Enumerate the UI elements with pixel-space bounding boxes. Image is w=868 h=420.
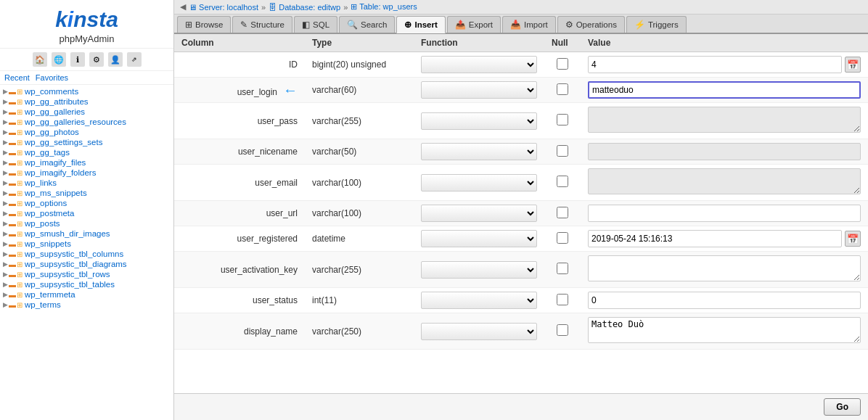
tab-import[interactable]: 📥Import — [502, 16, 556, 33]
sidebar-item[interactable]: ▶▬⊞wp_postmeta — [0, 208, 173, 218]
col-value-cell — [581, 288, 868, 313]
null-checkbox-user_login[interactable] — [557, 83, 568, 95]
import-tab-icon: 📥 — [510, 20, 521, 30]
tab-insert[interactable]: ⊕Insert — [396, 16, 445, 33]
function-select-ID[interactable] — [421, 56, 537, 73]
value-input-user_nicename[interactable] — [588, 143, 861, 160]
back-arrow-icon[interactable]: ◀ — [180, 2, 186, 12]
value-textarea-display_name[interactable]: Matteo Duò — [588, 317, 861, 343]
null-checkbox-display_name[interactable] — [557, 324, 568, 336]
logo-k: k — [55, 7, 67, 31]
database-breadcrumb[interactable]: 🗄 Database: editwp — [269, 3, 340, 12]
info-icon[interactable]: ℹ — [70, 52, 85, 67]
calendar-button[interactable]: 📅 — [845, 57, 861, 73]
sidebar-item[interactable]: ▶▬⊞wp_options — [0, 198, 173, 208]
value-input-ID[interactable] — [588, 56, 842, 73]
tab-search[interactable]: 🔍Search — [339, 16, 395, 33]
sidebar-item[interactable]: ▶▬⊞wp_links — [0, 178, 173, 188]
col-value-cell — [581, 165, 868, 201]
null-checkbox-ID[interactable] — [557, 58, 568, 70]
sidebar-item[interactable]: ▶▬⊞wp_supsystic_tbl_rows — [0, 269, 173, 279]
value-textarea-user_activation_key[interactable] — [588, 255, 861, 281]
gear-icon[interactable]: ⚙ — [89, 52, 104, 67]
function-select-user_registered[interactable] — [421, 230, 537, 247]
col-value-cell — [581, 78, 868, 103]
function-select-user_login[interactable] — [421, 81, 537, 99]
sidebar-item[interactable]: ▶▬⊞wp_supsystic_tbl_diagrams — [0, 259, 173, 269]
tab-browse[interactable]: ⊞Browse — [177, 16, 231, 33]
col-value-cell: Matteo Duò — [581, 313, 868, 350]
tab-triggers[interactable]: ⚡Triggers — [626, 16, 687, 33]
sidebar-item[interactable]: ▶▬⊞wp_comments — [0, 86, 173, 96]
sidebar-item[interactable]: ▶▬⊞wp_supsystic_tbl_tables — [0, 279, 173, 289]
sidebar-item[interactable]: ▶▬⊞wp_terms — [0, 300, 173, 310]
go-button[interactable]: Go — [824, 398, 861, 416]
col-func-cell — [414, 201, 544, 226]
sidebar: kinsta phpMyAdmin 🏠 🌐 ℹ ⚙ 👤 ⇗ Recent Fav… — [0, 0, 174, 420]
sidebar-item[interactable]: ▶▬⊞wp_posts — [0, 218, 173, 228]
tab-structure[interactable]: ✎Structure — [232, 16, 292, 33]
sidebar-item[interactable]: ▶▬⊞wp_gg_galleries_resources — [0, 117, 173, 127]
function-select-user_url[interactable] — [421, 205, 537, 222]
sidebar-item[interactable]: ▶▬⊞wp_imagify_folders — [0, 168, 173, 178]
table-header-row: Column Type Function Null Value — [174, 34, 868, 52]
null-checkbox-user_status[interactable] — [557, 294, 568, 305]
sidebar-item[interactable]: ▶▬⊞wp_ms_snippets — [0, 188, 173, 198]
null-checkbox-user_email[interactable] — [557, 176, 568, 187]
external-link-icon[interactable]: ⇗ — [127, 52, 142, 67]
col-header-type: Type — [305, 34, 414, 52]
sidebar-item[interactable]: ▶▬⊞wp_gg_photos — [0, 127, 173, 137]
value-input-user_url[interactable] — [588, 205, 861, 222]
function-select-user_pass[interactable] — [421, 112, 537, 130]
value-textarea-user_email[interactable] — [588, 168, 861, 194]
arrow-indicator: ← — [283, 82, 298, 99]
sidebar-item[interactable]: ▶▬⊞wp_smush_dir_images — [0, 228, 173, 239]
value-input-user_registered[interactable] — [588, 230, 842, 247]
function-select-user_activation_key[interactable] — [421, 261, 537, 279]
function-select-display_name[interactable] — [421, 323, 537, 340]
person-icon[interactable]: 👤 — [108, 52, 123, 67]
logo-area: kinsta phpMyAdmin — [0, 0, 173, 49]
function-select-user_email[interactable] — [421, 174, 537, 192]
null-checkbox-user_url[interactable] — [557, 207, 568, 218]
col-type-cell: varchar(100) — [305, 201, 414, 226]
sidebar-item[interactable]: ▶▬⊞wp_snippets — [0, 239, 173, 249]
sidebar-item[interactable]: ▶▬⊞wp_supsystic_tbl_columns — [0, 249, 173, 259]
value-input-user_login[interactable] — [588, 81, 861, 99]
sidebar-item[interactable]: ▶▬⊞wp_gg_galleries — [0, 107, 173, 117]
col-null-cell — [544, 139, 581, 165]
col-type-cell: datetime — [305, 226, 414, 252]
recent-favs-bar: Recent Favorites — [0, 71, 173, 85]
search-tab-label: Search — [361, 20, 387, 29]
null-checkbox-user_nicename[interactable] — [557, 145, 568, 157]
sidebar-item[interactable]: ▶▬⊞wp_imagify_files — [0, 157, 173, 168]
sidebar-item[interactable]: ▶▬⊞wp_gg_attributes — [0, 96, 173, 107]
value-textarea-user_pass[interactable] — [588, 107, 861, 133]
value-input-user_status[interactable] — [588, 292, 861, 309]
function-select-user_nicename[interactable] — [421, 143, 537, 160]
null-checkbox-user_registered[interactable] — [557, 232, 568, 244]
calendar-button[interactable]: 📅 — [845, 231, 861, 247]
sidebar-item[interactable]: ▶▬⊞wp_gg_settings_sets — [0, 137, 173, 147]
home-icon[interactable]: 🏠 — [33, 52, 47, 67]
operations-tab-label: Operations — [576, 20, 617, 29]
tab-export[interactable]: 📤Export — [447, 16, 501, 33]
function-select-user_status[interactable] — [421, 292, 537, 309]
col-name-cell: user_registered — [174, 226, 305, 252]
favorites-link[interactable]: Favorites — [36, 73, 68, 82]
sidebar-item[interactable]: ▶▬⊞wp_termmeta — [0, 289, 173, 300]
tab-sql[interactable]: ◧SQL — [294, 16, 337, 33]
search-tab-icon: 🔍 — [347, 20, 358, 30]
tab-operations[interactable]: ⚙Operations — [557, 16, 625, 33]
edit-table-body: ID bigint(20) unsigned 📅 user_login← var… — [174, 52, 868, 350]
recent-link[interactable]: Recent — [4, 73, 30, 82]
date-wrapper: 📅 — [588, 230, 861, 247]
globe-icon[interactable]: 🌐 — [52, 52, 66, 67]
server-breadcrumb[interactable]: 🖥 Server: localhost — [189, 3, 258, 12]
col-null-cell — [544, 78, 581, 103]
null-checkbox-user_activation_key[interactable] — [557, 263, 568, 274]
null-checkbox-user_pass[interactable] — [557, 114, 568, 125]
sidebar-item[interactable]: ▶▬⊞wp_gg_tags — [0, 147, 173, 157]
col-value-cell — [581, 103, 868, 139]
table-breadcrumb[interactable]: ⊞ Table: wp_users — [351, 2, 417, 12]
